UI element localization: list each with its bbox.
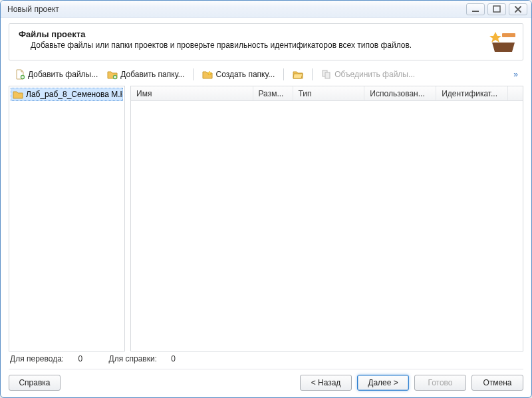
merge-files-button: Объединить файлы... xyxy=(318,67,418,82)
window-title: Новый проект xyxy=(7,5,59,14)
dialog-window: Новый проект Файлы проекта Добавьте файл… xyxy=(0,0,532,398)
open-folder-button[interactable] xyxy=(289,67,307,82)
toolbar-separator xyxy=(312,68,313,80)
folder-icon xyxy=(13,89,23,100)
svg-rect-0 xyxy=(472,11,479,12)
add-folder-button[interactable]: Добавить папку... xyxy=(104,67,188,82)
footer: Справка < Назад Далее > Готово Отмена xyxy=(9,375,523,391)
col-tail xyxy=(508,86,523,100)
tree-panel[interactable]: Лаб_раб_8_Семенова М.Ю. xyxy=(9,86,125,351)
minimize-icon xyxy=(470,4,481,15)
create-folder-button[interactable]: Создать папку... xyxy=(199,67,278,82)
toolbar-separator xyxy=(193,68,194,80)
folder-add-icon xyxy=(107,69,118,80)
folder-open-icon xyxy=(293,69,303,80)
file-add-icon xyxy=(15,69,25,80)
svg-rect-3 xyxy=(502,33,515,37)
file-area: Лаб_раб_8_Семенова М.Ю. Имя Разм... Тип … xyxy=(9,86,523,351)
reference-label: Для справки: xyxy=(109,354,157,363)
project-wizard-icon xyxy=(489,28,517,53)
next-button[interactable]: Далее > xyxy=(357,375,409,391)
tree-item[interactable]: Лаб_раб_8_Семенова М.Ю. xyxy=(11,88,123,101)
content: Файлы проекта Добавьте файлы или папки п… xyxy=(1,18,531,397)
col-type[interactable]: Тип xyxy=(293,86,365,100)
toolbar-separator xyxy=(283,68,284,80)
maximize-icon xyxy=(491,4,502,15)
page-description: Добавьте файлы или папки проектов и пров… xyxy=(31,41,513,50)
folder-new-icon xyxy=(202,69,213,80)
add-files-label: Добавить файлы... xyxy=(28,70,98,79)
maximize-button[interactable] xyxy=(487,3,506,15)
header-panel: Файлы проекта Добавьте файлы или папки п… xyxy=(9,23,523,60)
svg-rect-1 xyxy=(493,6,500,12)
svg-marker-2 xyxy=(489,32,501,43)
translate-count: 0 xyxy=(78,354,82,363)
close-button[interactable] xyxy=(509,3,527,15)
col-name[interactable]: Имя xyxy=(131,86,253,100)
merge-files-icon xyxy=(321,69,332,80)
help-button[interactable]: Справка xyxy=(9,375,61,391)
table-panel: Имя Разм... Тип Использован... Идентифик… xyxy=(130,86,523,351)
create-folder-label: Создать папку... xyxy=(215,70,275,79)
tree-item-label: Лаб_раб_8_Семенова М.Ю. xyxy=(26,90,123,99)
toolbar-expand-button[interactable]: » xyxy=(511,70,521,79)
status-line: Для перевода: 0 Для справки: 0 xyxy=(9,351,523,363)
col-used[interactable]: Использован... xyxy=(364,86,436,100)
merge-files-label: Объединить файлы... xyxy=(334,70,415,79)
col-id[interactable]: Идентификат... xyxy=(436,86,508,100)
close-icon xyxy=(513,4,523,15)
footer-separator xyxy=(9,369,523,369)
table-header: Имя Разм... Тип Использован... Идентифик… xyxy=(131,86,523,101)
minimize-button[interactable] xyxy=(466,3,485,15)
finish-button[interactable]: Готово xyxy=(414,375,466,391)
col-size[interactable]: Разм... xyxy=(253,86,293,100)
reference-count: 0 xyxy=(171,354,176,363)
titlebar: Новый проект xyxy=(1,1,531,18)
add-folder-label: Добавить папку... xyxy=(120,70,184,79)
translate-label: Для перевода: xyxy=(10,354,64,363)
toolbar: Добавить файлы... Добавить папку... Созд… xyxy=(9,64,523,86)
back-button[interactable]: < Назад xyxy=(300,375,352,391)
svg-rect-7 xyxy=(325,72,330,78)
page-title: Файлы проекта xyxy=(19,29,513,39)
cancel-button[interactable]: Отмена xyxy=(471,375,523,391)
table-body[interactable] xyxy=(131,101,523,351)
add-files-button[interactable]: Добавить файлы... xyxy=(11,67,101,82)
